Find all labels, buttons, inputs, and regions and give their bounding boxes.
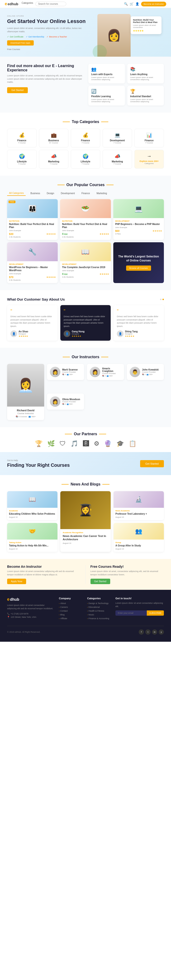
partner-logo-7[interactable]: 🔮	[104, 440, 112, 447]
avatar-1: 👤	[10, 331, 17, 337]
footer-link-careers[interactable]: › Careers	[59, 606, 82, 608]
partner-logo-6[interactable]: ⚙	[94, 440, 99, 447]
get-started-button[interactable]: Get Started	[7, 87, 28, 93]
main-instructor-card[interactable]: 👩‍💼 Richard David Course Instructor 📚 5 …	[7, 364, 44, 420]
next-dot[interactable]	[163, 299, 164, 300]
download-button[interactable]: Download Free Apps	[7, 40, 34, 46]
partner-logo-9[interactable]: 📋	[129, 440, 136, 447]
testimonial-2-stars: ★★★★★	[72, 335, 85, 337]
news-card-4[interactable]: 🤝 Taking Action Taking Action to Help 4t…	[7, 523, 58, 552]
search-icon[interactable]: 🔍	[124, 2, 128, 6]
apply-now-button[interactable]: Apply Now	[7, 579, 26, 584]
footer-link-about[interactable]: › About	[59, 602, 82, 605]
filter-marketing[interactable]: Marketing	[94, 191, 109, 196]
category-finance-1[interactable]: 💰 Finance 7 Course	[7, 129, 37, 148]
instructor-4-role: Course Provider	[142, 371, 159, 373]
instructor-card-4[interactable]: 👨 John Kowalski Course Provider 📚 2 👥 20…	[127, 364, 164, 380]
course-card-1[interactable]: 👨‍👩‍👧 FREE NUTRITION Nutrition: Build Yo…	[7, 199, 58, 240]
course-card-2[interactable]: 🥗 NUTRITION Nutrition: Build Your Perfec…	[60, 199, 111, 240]
footer-link-affiliate[interactable]: › Affiliate	[59, 617, 82, 620]
category-finance-2[interactable]: 💰 Finance 7 Course	[71, 129, 100, 148]
social-youtube-icon[interactable]: y	[159, 629, 164, 635]
courses-section: Our Popular Courses All Categories Busin…	[0, 176, 171, 290]
instructor-card-5[interactable]: 👩 Olivia Woodson Course Provider 📚 6 👥 6…	[47, 393, 84, 410]
become-instructor-button[interactable]: Become an Instructor	[141, 2, 166, 6]
phone-icon: 📞	[7, 612, 10, 615]
category-development[interactable]: 💻 Development 7 Course	[102, 129, 132, 148]
course-3-price: $60	[115, 229, 120, 232]
social-linkedin-icon[interactable]: in	[152, 629, 157, 635]
user-icon[interactable]: 👤	[135, 2, 139, 6]
course-2-tag: NUTRITION	[62, 220, 109, 222]
development-name: Development	[105, 139, 129, 142]
course-2-title: Nutrition: Build Your Perfect Diet & Hea…	[62, 223, 109, 229]
footer-cat-link-1[interactable]: › Design & Technology	[87, 602, 111, 605]
news-card-1[interactable]: 📖 Academic Educating Children Who Solve …	[7, 491, 58, 520]
course-card-3[interactable]: 💻 DEVELOPMENT PHP Beginners – Become a P…	[113, 199, 164, 240]
prev-dot[interactable]	[160, 299, 161, 300]
logo[interactable]: eedhub	[5, 2, 18, 6]
course-card-5[interactable]: 📖 DEVELOPMENT The Complete JavaScript Co…	[60, 242, 111, 283]
partner-logo-1[interactable]: 🏆	[35, 440, 43, 447]
instructor-card-2[interactable]: 👩 Marit Scarese Course Provider 📚 3 👥 30…	[47, 364, 84, 380]
feature-card-anything: 📚 Learn Anything Lorem ipsum dolor sit a…	[127, 64, 164, 83]
news-right-col: 🔬 News Academic Professor Test Laborator…	[113, 491, 164, 552]
courses-filter-bar: All Categories Business Design Developme…	[7, 191, 164, 196]
badge-teacher[interactable]: ✓ Become a Teacher	[46, 35, 67, 38]
category-marketing-2[interactable]: 📣 Marketing 7 Course	[102, 150, 132, 169]
badge-certificate[interactable]: ✓ Get Certificate	[7, 35, 24, 38]
footer-cat-link-2[interactable]: › Educational	[87, 606, 111, 608]
badge-membership[interactable]: ✓ Get Membership	[26, 35, 45, 38]
partner-logo-3[interactable]: 🛡	[60, 440, 66, 447]
hero-section: ONLINE STORE Get Started Your Online Les…	[0, 8, 171, 57]
category-marketing-1[interactable]: 📣 Marketing 7 Course	[39, 150, 69, 169]
news-card-featured[interactable]: 👩‍🎓 Academic Recognition News Academic C…	[60, 491, 111, 552]
category-finance-3[interactable]: 📊 Finance 7 Course	[134, 129, 164, 148]
social-twitter-icon[interactable]: t	[145, 629, 150, 635]
filter-design[interactable]: Design	[45, 191, 56, 196]
free-get-started-button[interactable]: Get Started	[91, 579, 110, 584]
footer-cat-link-5[interactable]: › Finance & Accounting	[87, 617, 111, 620]
instructor-card-3[interactable]: 👩 Amaris Craighton Course Provider 📚 4 👥…	[87, 364, 124, 380]
search-input[interactable]	[35, 2, 66, 6]
news-featured-tag: Academic Recognition	[63, 531, 108, 534]
footer-link-blog[interactable]: › Blog	[59, 614, 82, 616]
partner-logo-5[interactable]: 🅱	[83, 440, 89, 447]
category-business[interactable]: 💼 Business 8+ Course	[39, 129, 69, 148]
course-card-4[interactable]: 🔧 DEVELOPMENT WordPress for Beginners – …	[7, 242, 58, 283]
social-icons-group: f t in y	[139, 629, 164, 635]
partner-logo-4[interactable]: 🎵	[70, 440, 78, 447]
news-featured-image: 👩‍🎓	[60, 491, 111, 529]
finance-3-icon: 📊	[137, 132, 161, 138]
footer-cat-link-3[interactable]: › Health & Fitness	[87, 610, 111, 612]
newsletter-input[interactable]	[115, 611, 147, 616]
footer-logo: edhub	[7, 597, 54, 602]
filter-finance[interactable]: Finance	[80, 191, 92, 196]
free-courses-link[interactable]: Free Courses	[7, 48, 20, 51]
filter-development[interactable]: Development	[59, 191, 77, 196]
subscribe-button[interactable]: SUBSCRIBE	[147, 611, 164, 616]
category-lifestyle-2[interactable]: 🌍 Lifestyle 7 Course	[71, 150, 100, 169]
footer-cat-link-4[interactable]: › Music	[87, 614, 111, 616]
footer-link-contact[interactable]: › Contact	[59, 610, 82, 612]
nav-categories[interactable]: Categories	[22, 2, 33, 6]
news-card-3[interactable]: 🔬 News Academic Professor Test Laborator…	[113, 491, 164, 520]
cart-icon[interactable]: 🛒	[129, 2, 133, 6]
category-explore-more[interactable]: → Explore more 200+ Categories	[134, 150, 164, 169]
author-3-name: Shing Tang	[125, 330, 138, 333]
footer-company-heading: Company	[59, 597, 82, 600]
filter-all[interactable]: All Categories	[7, 191, 26, 196]
partner-logo-8[interactable]: 🎓	[117, 440, 124, 447]
flexible-icon: 🔄	[91, 89, 122, 94]
category-lifestyle-1[interactable]: 🌍 Lifestyle 7 Course	[7, 150, 37, 169]
news-card-5[interactable]: 👥 Group A Group After In Study August 10	[113, 523, 164, 552]
partner-logo-2[interactable]: 🌿	[47, 440, 55, 447]
social-facebook-icon[interactable]: f	[139, 629, 144, 635]
browse-all-courses-button[interactable]: Browse all Courses	[126, 266, 151, 271]
course-1-price: $30	[9, 232, 13, 235]
filter-business[interactable]: Business	[29, 191, 42, 196]
author-2-name: Gang Hong	[72, 330, 85, 333]
finance-3-count: 7 Course	[137, 142, 161, 144]
finding-get-started-button[interactable]: Get Started	[140, 460, 164, 467]
course-1-tag: NUTRITION	[9, 220, 56, 222]
